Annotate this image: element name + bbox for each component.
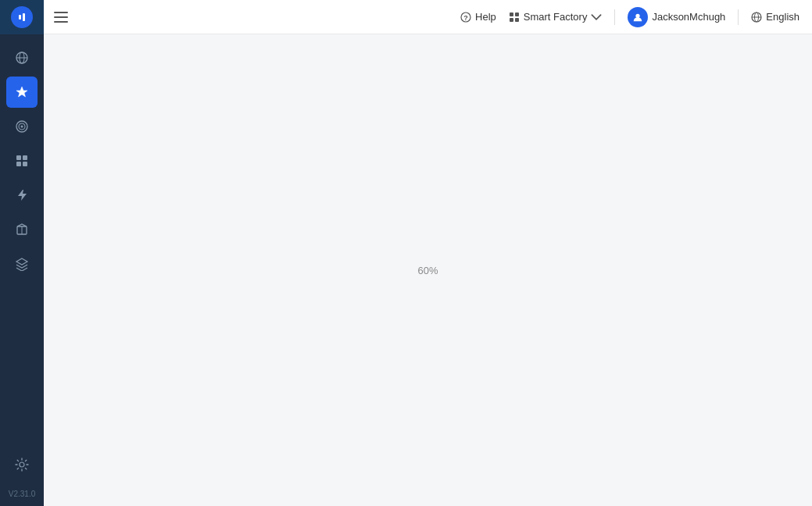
language-label: English [766, 11, 799, 23]
svg-rect-24 [16, 162, 21, 166]
sidebar-item-box[interactable] [6, 214, 38, 245]
workspace-label: Smart Factory [524, 11, 588, 23]
svg-rect-2 [23, 13, 25, 21]
svg-rect-8 [510, 12, 513, 16]
sidebar-bottom: V2.31.0 [6, 449, 38, 506]
help-label: Help [475, 11, 496, 23]
svg-rect-5 [54, 21, 68, 23]
header-right: ? Help Smart Factory Ja [460, 7, 812, 27]
content-area: 60% [44, 34, 812, 506]
header-divider [614, 9, 615, 25]
sidebar-item-bolt[interactable] [6, 180, 38, 211]
loading-percent: 60% [417, 265, 438, 276]
help-button[interactable]: ? Help [460, 11, 496, 23]
svg-text:?: ? [463, 14, 468, 22]
header-divider-2 [738, 9, 739, 25]
svg-rect-23 [23, 155, 27, 160]
sidebar-item-layers[interactable] [6, 248, 38, 280]
svg-rect-3 [54, 12, 68, 13]
sidebar-item-star[interactable] [6, 77, 38, 108]
svg-point-28 [20, 462, 24, 467]
svg-rect-11 [515, 18, 519, 22]
hamburger-button[interactable] [44, 0, 78, 34]
svg-rect-10 [510, 18, 513, 22]
avatar [628, 7, 648, 27]
header: ? Help Smart Factory Ja [0, 0, 812, 34]
username-label: JacksonMchugh [652, 11, 725, 23]
user-menu[interactable]: JacksonMchugh [628, 7, 725, 27]
version-label: V2.31.0 [9, 490, 35, 498]
sidebar-item-grid[interactable] [6, 145, 38, 176]
language-button[interactable]: English [751, 11, 799, 23]
sidebar-item-settings[interactable] [6, 449, 38, 480]
svg-point-0 [16, 11, 28, 23]
svg-rect-25 [23, 162, 27, 166]
main-layout: V2.31.0 60% [0, 34, 812, 506]
sidebar: V2.31.0 [0, 34, 44, 506]
header-left [0, 0, 78, 34]
svg-rect-9 [515, 12, 519, 16]
sidebar-item-globe[interactable] [6, 42, 38, 73]
logo-area [0, 0, 44, 34]
app-logo [11, 6, 33, 28]
svg-rect-1 [19, 15, 21, 20]
svg-rect-22 [16, 155, 21, 160]
svg-rect-4 [54, 16, 68, 18]
svg-point-21 [21, 126, 23, 128]
sidebar-item-target[interactable] [6, 111, 38, 142]
workspace-button[interactable]: Smart Factory [509, 11, 603, 23]
